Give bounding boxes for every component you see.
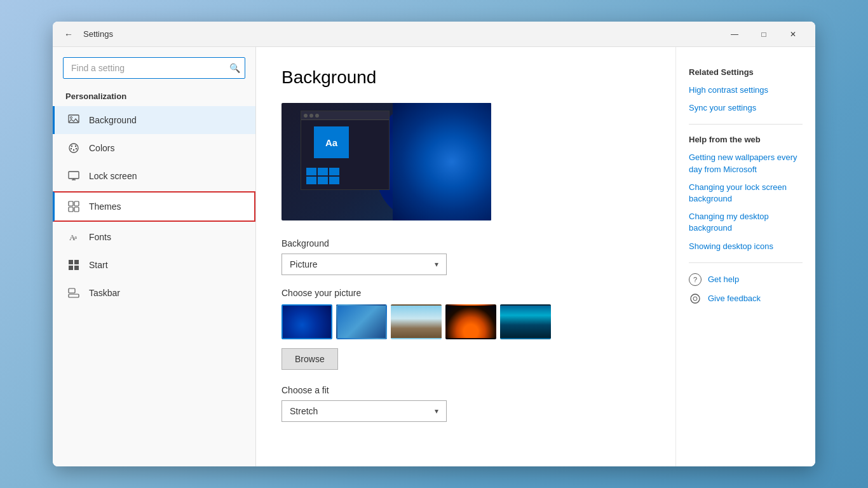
desktop-icons-link[interactable]: Showing desktop icons [689, 241, 803, 252]
taskbar-icon [67, 287, 80, 299]
background-label: Background [281, 238, 650, 248]
section-label: Personalization [53, 86, 255, 106]
picture-grid [281, 304, 650, 339]
sidebar-item-fonts[interactable]: A a Fonts [53, 223, 255, 251]
related-panel: Related Settings High contrast settings … [675, 47, 815, 466]
fit-dropdown[interactable]: Stretch ▾ [281, 400, 447, 422]
picture-thumb-2[interactable] [336, 304, 387, 339]
feedback-icon [689, 292, 702, 305]
browse-button[interactable]: Browse [281, 348, 338, 370]
svg-point-23 [691, 294, 700, 303]
sidebar-item-label: Taskbar [89, 288, 120, 298]
svg-point-3 [71, 146, 72, 147]
svg-point-24 [693, 297, 697, 301]
start-icon [67, 259, 80, 271]
themes-icon [67, 200, 80, 213]
get-help-item[interactable]: ? Get help [689, 273, 803, 286]
sidebar-item-label: Background [89, 115, 137, 125]
sidebar-item-label: Fonts [89, 232, 111, 242]
picture-thumb-4[interactable] [445, 304, 496, 339]
svg-rect-12 [74, 201, 79, 206]
sidebar-item-colors[interactable]: Colors [53, 134, 255, 162]
lock-screen-bg-link[interactable]: Changing your lock screen background [689, 182, 803, 205]
sidebar-item-start[interactable]: Start [53, 251, 255, 279]
window-title: Settings [83, 29, 720, 39]
svg-rect-17 [69, 260, 73, 264]
maximize-button[interactable]: □ [749, 22, 778, 47]
main-content: 🔍 Personalization Background [53, 47, 815, 466]
svg-rect-11 [69, 201, 73, 206]
svg-rect-13 [69, 207, 73, 212]
back-button[interactable]: ← [60, 27, 77, 42]
fit-dropdown-value: Stretch [290, 406, 318, 416]
picture-thumb-1[interactable] [281, 304, 332, 339]
desktop-bg-link[interactable]: Changing my desktop background [689, 211, 803, 234]
svg-rect-18 [74, 260, 79, 264]
background-dropdown[interactable]: Picture ▾ [281, 254, 447, 275]
sidebar-item-label: Start [89, 260, 108, 270]
sidebar-item-taskbar[interactable]: Taskbar [53, 279, 255, 307]
svg-rect-21 [69, 294, 79, 297]
chevron-down-icon-fit: ▾ [435, 407, 438, 416]
chevron-down-icon: ▾ [435, 260, 438, 269]
divider [689, 124, 803, 125]
palette-icon [67, 142, 80, 154]
sidebar-item-background[interactable]: Background [53, 106, 255, 134]
sidebar-item-lock-screen[interactable]: Lock screen [53, 162, 255, 190]
fonts-icon: A a [67, 231, 80, 243]
choose-fit-label: Choose a fit [281, 385, 650, 395]
svg-point-7 [76, 148, 77, 149]
svg-rect-20 [74, 266, 79, 270]
svg-point-6 [71, 148, 72, 149]
sidebar: 🔍 Personalization Background [53, 47, 256, 466]
help-title: Help from the web [689, 135, 803, 144]
choose-picture-label: Choose your picture [281, 288, 650, 298]
titlebar: ← Settings — □ ✕ [53, 22, 815, 47]
search-input[interactable] [63, 57, 245, 79]
svg-rect-14 [74, 207, 79, 212]
search-container: 🔍 [63, 57, 245, 79]
picture-thumb-5[interactable] [500, 304, 551, 339]
svg-point-5 [73, 149, 74, 151]
divider-2 [689, 262, 803, 263]
svg-rect-8 [69, 172, 79, 179]
minimize-button[interactable]: — [720, 22, 749, 47]
window-controls: — □ ✕ [720, 22, 808, 47]
svg-rect-19 [69, 266, 73, 270]
svg-point-4 [75, 146, 76, 147]
image-icon [67, 114, 80, 126]
get-help-label: Get help [708, 274, 739, 284]
give-feedback-item[interactable]: Give feedback [689, 292, 803, 305]
related-title: Related Settings [689, 67, 803, 77]
svg-point-1 [71, 117, 72, 119]
give-feedback-label: Give feedback [708, 294, 761, 303]
content-area: Background Aa [256, 47, 675, 466]
close-button[interactable]: ✕ [778, 22, 808, 47]
sidebar-item-themes[interactable]: Themes [53, 191, 255, 222]
sidebar-item-label: Themes [89, 201, 121, 212]
monitor-icon [67, 170, 80, 182]
picture-thumb-3[interactable] [391, 304, 442, 339]
settings-window: ← Settings — □ ✕ 🔍 Personalization [53, 22, 815, 466]
sync-settings-link[interactable]: Sync your settings [689, 102, 803, 114]
sidebar-item-label: Lock screen [89, 171, 137, 181]
new-wallpapers-link[interactable]: Getting new wallpapers every day from Mi… [689, 152, 803, 175]
page-title: Background [281, 67, 650, 88]
high-contrast-link[interactable]: High contrast settings [689, 85, 803, 96]
background-preview: Aa [281, 103, 491, 220]
svg-point-2 [69, 144, 78, 152]
svg-rect-22 [69, 288, 75, 293]
search-icon-button[interactable]: 🔍 [229, 63, 240, 73]
get-help-icon: ? [689, 273, 702, 286]
background-dropdown-value: Picture [290, 259, 318, 269]
svg-text:a: a [74, 234, 77, 240]
sidebar-item-label: Colors [89, 143, 114, 153]
